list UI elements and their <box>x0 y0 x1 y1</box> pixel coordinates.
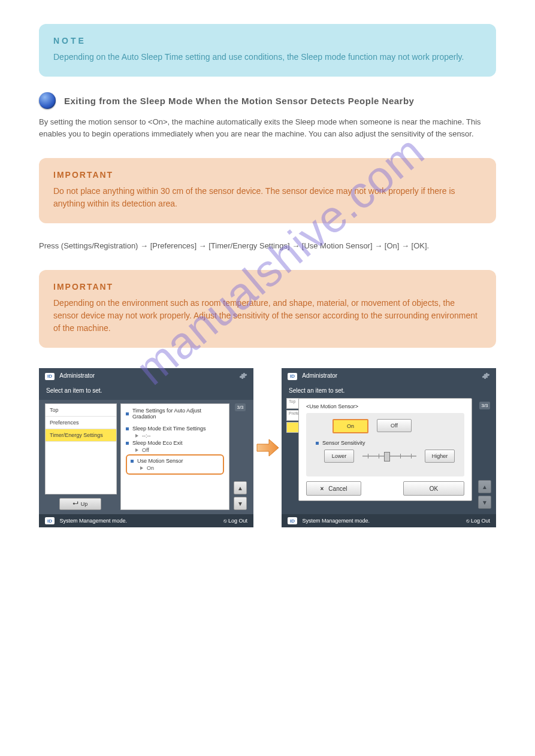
page-up-button: ▲ <box>478 480 491 493</box>
prompt-text: Select an item to set. <box>282 384 496 400</box>
logout-label: Log Out <box>228 518 247 524</box>
sub-label: Off <box>142 447 149 453</box>
page-down-button[interactable]: ▼ <box>234 497 247 510</box>
item-label: Sleep Mode Eco Exit <box>132 440 183 446</box>
toggle-group: On Off <box>316 419 455 432</box>
sensitivity-label: Sensor Sensitivity <box>322 440 365 446</box>
up-arrow-icon: ⮠ <box>73 501 78 507</box>
square-icon <box>131 460 134 463</box>
logout-button[interactable]: ⎋ Log Out <box>223 518 247 524</box>
screenshot-row: ID Administrator Select an item to set. … <box>39 368 496 527</box>
gear-icon[interactable] <box>239 372 247 380</box>
footer-bar: ID System Management mode. ⎋ Log Out <box>39 514 253 527</box>
important2-title: IMPORTANT <box>53 281 482 293</box>
side-column: Top Preferences Timer/Energy Settings ⮠ … <box>45 403 117 510</box>
logout-icon: ⎋ <box>466 518 471 524</box>
list-item-sub: --:-- <box>126 433 224 439</box>
item-label: Sleep Mode Exit Time Settings <box>132 426 206 432</box>
section-heading-row: Exiting from the Sleep Mode When the Mot… <box>39 92 496 109</box>
sidebar-item-preferences[interactable]: Preferences <box>46 417 116 429</box>
page-strip: 3/3 ▲ ▼ <box>233 403 247 510</box>
main-column: Time Settings for Auto Adjust Gradation … <box>120 403 229 510</box>
up-label: Up <box>81 501 88 507</box>
triangle-icon <box>135 448 138 452</box>
item-label: Use Motion Sensor <box>137 458 183 464</box>
important2-text: Depending on the environment such as roo… <box>53 297 482 335</box>
section-body: By setting the motion sensor to <On>, th… <box>39 116 496 140</box>
sidebar-item-top[interactable]: Top <box>46 404 116 417</box>
footer-text: System Management mode. <box>303 518 370 524</box>
dialog-inner: On Off Sensor Sensitivity Lower <box>306 413 464 476</box>
square-icon <box>126 442 129 445</box>
on-label: On <box>347 423 354 429</box>
page-indicator: 3/3 <box>479 402 489 409</box>
note-title: NOTE <box>53 35 482 47</box>
side-list: Top Preferences Timer/Energy Settings <box>45 403 117 494</box>
footer-status: ID System Management mode. <box>45 517 127 524</box>
list-item[interactable]: Sleep Mode Exit Time Settings <box>126 426 224 432</box>
page-down-button: ▼ <box>478 496 491 509</box>
id-chip-icon: ID <box>45 373 55 380</box>
note-text: Depending on the Auto Sleep Time setting… <box>53 51 482 63</box>
cancel-button[interactable]: × Cancel <box>306 481 361 496</box>
x-icon: × <box>321 485 324 492</box>
topbar: ID Administrator <box>39 368 253 384</box>
item-label: Time Settings for Auto Adjust Gradation <box>132 408 224 420</box>
step-text: Press (Settings/Registration) → [Prefere… <box>39 240 496 252</box>
important1-text: Do not place anything within 30 cm of th… <box>53 185 482 210</box>
on-button[interactable]: On <box>333 419 368 433</box>
id-chip-icon: ID <box>288 373 297 380</box>
settings-list: Time Settings for Auto Adjust Gradation … <box>120 403 229 510</box>
admin-text: Administrator <box>302 372 337 379</box>
ok-button[interactable]: OK <box>403 481 464 496</box>
sensitivity-slider[interactable] <box>362 456 416 457</box>
off-label: Off <box>391 423 398 429</box>
up-button[interactable]: ⮠ Up <box>59 498 101 510</box>
sidebar-item-timer-energy[interactable]: Timer/Energy Settings <box>46 429 116 442</box>
highlighted-item[interactable]: Use Motion Sensor On <box>126 454 224 475</box>
logout-label: Log Out <box>471 518 490 524</box>
logout-button[interactable]: ⎋ Log Out <box>466 518 490 524</box>
dialog-title: <Use Motion Sensor> <box>306 403 464 409</box>
important-box-1: IMPORTANT Do not place anything within 3… <box>39 158 496 223</box>
lower-button[interactable]: Lower <box>324 450 354 463</box>
prompt-text: Select an item to set. <box>39 384 253 400</box>
id-chip-icon: ID <box>45 517 55 524</box>
list-item[interactable]: Time Settings for Auto Adjust Gradation <box>126 408 224 420</box>
off-button[interactable]: Off <box>377 419 412 432</box>
logout-icon: ⎋ <box>223 518 228 524</box>
list-item[interactable]: Sleep Mode Eco Exit <box>126 440 224 446</box>
footer-status: ID System Management mode. <box>288 517 370 524</box>
important-box-2: IMPORTANT Depending on the environment s… <box>39 270 496 348</box>
sub-label: --:-- <box>142 433 151 439</box>
higher-label: Higher <box>432 453 448 459</box>
list-item-sub: On <box>131 465 219 471</box>
motion-sensor-dialog: <Use Motion Sensor> On Off Sensor Sensit… <box>298 398 472 501</box>
page-indicator: 3/3 <box>235 403 245 411</box>
higher-button[interactable]: Higher <box>425 450 455 463</box>
admin-label: ID Administrator <box>45 372 95 380</box>
slider-knob-icon[interactable] <box>384 452 390 462</box>
square-icon <box>316 442 319 445</box>
screenshot-dialog: ID Administrator Select an item to set. … <box>282 368 496 527</box>
footer-bar: ID System Management mode. ⎋ Log Out <box>282 514 496 527</box>
list-item: Use Motion Sensor <box>131 458 219 464</box>
sensitivity-group: Sensor Sensitivity Lower Hi <box>316 440 455 463</box>
triangle-icon <box>140 466 143 470</box>
ok-label: OK <box>430 485 438 492</box>
admin-text: Administrator <box>59 372 95 379</box>
page-up-button[interactable]: ▲ <box>234 481 247 494</box>
lower-label: Lower <box>332 453 347 459</box>
flow-arrow-icon <box>256 436 280 460</box>
note-box: NOTE Depending on the Auto Sleep Time se… <box>39 24 496 77</box>
screenshot-settings-list: ID Administrator Select an item to set. … <box>39 368 253 527</box>
list-item-sub: Off <box>126 447 224 453</box>
id-chip-icon: ID <box>288 517 297 524</box>
footer-text: System Management mode. <box>60 518 128 524</box>
gear-icon[interactable] <box>482 372 490 380</box>
important1-title: IMPORTANT <box>53 169 482 181</box>
square-icon <box>126 427 129 430</box>
triangle-icon <box>135 434 138 438</box>
bullet-icon <box>39 92 56 109</box>
page-strip: 3/3 ▲ ▼ <box>478 402 491 509</box>
